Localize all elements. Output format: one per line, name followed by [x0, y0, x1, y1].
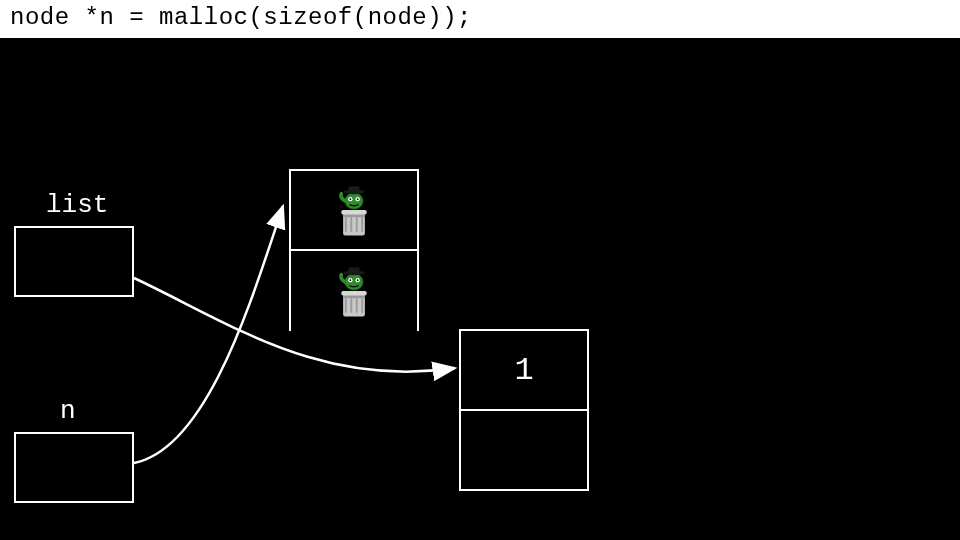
- garbage-node-next-cell: [291, 251, 417, 331]
- code-line: node *n = malloc(sizeof(node));: [0, 0, 960, 38]
- value-node-box: 1: [459, 329, 589, 491]
- svg-rect-17: [341, 291, 366, 296]
- n-label: n: [60, 396, 76, 426]
- garbage-value-icon: [291, 251, 417, 331]
- svg-rect-21: [361, 298, 363, 313]
- svg-rect-29: [349, 267, 360, 273]
- svg-rect-4: [350, 217, 352, 232]
- svg-point-11: [349, 198, 351, 200]
- svg-rect-5: [356, 217, 358, 232]
- list-pointer-box: [14, 226, 134, 297]
- svg-point-12: [357, 198, 359, 200]
- garbage-node-value-cell: [291, 171, 417, 251]
- svg-rect-6: [361, 217, 363, 232]
- node-value: 1: [514, 352, 533, 389]
- svg-rect-18: [345, 298, 347, 313]
- n-pointer-box: [14, 432, 134, 503]
- garbage-value-icon: [291, 171, 417, 249]
- garbage-node-box: [289, 169, 419, 331]
- arrow-n-to-garbage: [134, 206, 283, 463]
- svg-rect-20: [356, 298, 358, 313]
- svg-point-26: [349, 279, 351, 281]
- svg-rect-2: [341, 210, 366, 215]
- list-label: list: [46, 190, 108, 220]
- svg-rect-14: [349, 186, 360, 192]
- value-node-next-cell: [461, 411, 587, 491]
- svg-rect-3: [345, 217, 347, 232]
- diagram-canvas: list n: [0, 38, 960, 540]
- value-node-value-cell: 1: [461, 331, 587, 411]
- svg-point-27: [357, 279, 359, 281]
- svg-rect-19: [350, 298, 352, 313]
